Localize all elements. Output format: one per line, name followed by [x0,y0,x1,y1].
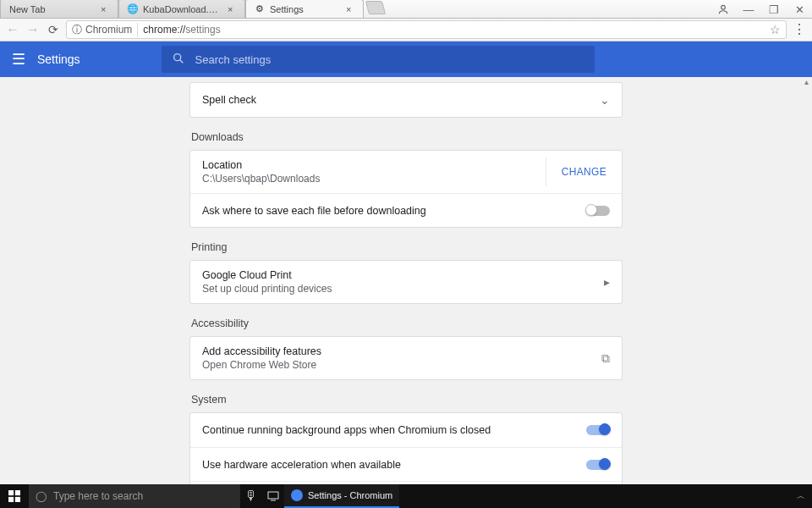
reload-button[interactable]: ⟳ [46,22,61,37]
svg-point-1 [173,53,180,60]
cortana-icon: ◯ [36,490,47,502]
add-accessibility-row[interactable]: Add accessibility features Open Chrome W… [190,337,622,379]
svg-line-2 [179,59,183,63]
hw-accel-toggle[interactable] [586,460,610,470]
account-icon[interactable] [710,0,736,19]
background-apps-row: Continue running background apps when Ch… [190,413,622,447]
hamburger-icon[interactable]: ☰ [0,50,37,69]
window-controls: — ❐ ✕ [710,0,812,19]
ask-before-download-label: Ask where to save each file before downl… [202,205,426,217]
svg-rect-5 [8,497,14,502]
settings-search[interactable] [162,46,595,73]
printing-card: Google Cloud Print Set up cloud printing… [189,260,623,304]
chevron-down-icon: ⌄ [600,93,610,107]
spell-check-row[interactable]: Spell check ⌄ [190,83,622,117]
task-view-button[interactable] [262,491,284,501]
chromium-icon [291,489,303,501]
microphone-icon[interactable]: 🎙 [240,489,262,504]
spell-check-label: Spell check [202,94,256,106]
tab-label: Settings [270,4,341,14]
printing-section-title: Printing [191,241,623,253]
svg-rect-6 [15,497,20,502]
scroll-up-icon[interactable]: ▴ [801,77,811,86]
spell-check-card: Spell check ⌄ [189,82,623,118]
download-location-row: Location C:\Users\qbap\Downloads CHANGE [190,151,622,193]
tab-settings[interactable]: ⚙ Settings × [245,0,364,18]
svg-rect-3 [8,490,14,495]
background-apps-label: Continue running background apps when Ch… [202,424,491,436]
close-window-button[interactable]: ✕ [787,0,812,19]
hw-accel-row: Use hardware acceleration when available [190,447,622,481]
settings-app: ☰ Settings ▴ Spell check ⌄ Downloads [0,41,812,484]
google-cloud-print-row[interactable]: Google Cloud Print Set up cloud printing… [190,261,622,303]
favicon-icon: 🌐 [128,4,138,14]
accessibility-card: Add accessibility features Open Chrome W… [189,336,623,380]
system-section-title: System [191,394,623,406]
tab-strip: New Tab × 🌐 KubaDownload.com - se × ⚙ Se… [0,0,384,18]
close-icon[interactable]: × [101,5,109,14]
settings-title: Settings [37,52,80,66]
minimize-button[interactable]: — [736,0,761,19]
ask-before-download-toggle[interactable] [586,206,610,216]
info-icon: ⓘ [72,23,82,37]
svg-point-0 [721,5,726,9]
ask-before-download-row: Ask where to save each file before downl… [190,193,622,227]
gcp-sub: Set up cloud printing devices [202,283,332,295]
close-icon[interactable]: × [346,5,354,14]
close-icon[interactable]: × [228,5,236,14]
task-label: Settings - Chromium [308,490,392,500]
settings-search-input[interactable] [195,53,584,66]
external-link-icon: ⧉ [601,351,610,366]
address-bar[interactable]: ⓘ Chromium chrome://settings ☆ [66,20,787,39]
new-tab-button[interactable] [365,1,386,14]
gcp-label: Google Cloud Print [202,269,332,281]
add-accessibility-label: Add accessibility features [202,345,321,357]
svg-rect-7 [268,492,278,499]
maximize-button[interactable]: ❐ [761,0,787,19]
system-tray[interactable]: ︿ [797,490,812,502]
window-chrome: New Tab × 🌐 KubaDownload.com - se × ⚙ Se… [0,0,812,19]
tab-label: New Tab [9,4,96,14]
forward-button[interactable]: → [25,22,41,37]
settings-header: ☰ Settings [0,41,812,77]
settings-content[interactable]: Spell check ⌄ Downloads Location C:\User… [0,77,812,484]
add-accessibility-sub: Open Chrome Web Store [202,359,321,371]
bookmark-star-icon[interactable]: ☆ [770,23,781,36]
scheme-label: Chromium [85,24,132,36]
background-apps-toggle[interactable] [586,425,610,435]
taskbar-search-placeholder: Type here to search [53,490,143,502]
gear-icon: ⚙ [255,4,265,14]
taskbar-search[interactable]: ◯ Type here to search [29,484,240,508]
browser-menu-button[interactable]: ⋮ [792,23,807,36]
search-icon [172,52,185,68]
downloads-card: Location C:\Users\qbap\Downloads CHANGE … [189,150,623,228]
tab-kubadownload[interactable]: 🌐 KubaDownload.com - se × [118,0,245,18]
hw-accel-label: Use hardware acceleration when available [202,459,401,471]
accessibility-section-title: Accessibility [191,318,623,329]
svg-rect-4 [15,490,20,495]
windows-taskbar: ◯ Type here to search 🎙 Settings - Chrom… [0,484,812,508]
downloads-section-title: Downloads [191,131,623,143]
download-location-value: C:\Users\qbap\Downloads [202,173,320,185]
system-card: Continue running background apps when Ch… [189,412,623,484]
chevron-right-icon: ▸ [604,275,610,289]
taskbar-item-chromium[interactable]: Settings - Chromium [284,484,399,508]
tab-new-tab[interactable]: New Tab × [0,0,118,18]
download-location-label: Location [202,159,320,171]
tab-label: KubaDownload.com - se [143,4,222,14]
start-button[interactable] [0,484,29,508]
url-host: chrome:// [143,24,185,36]
tray-overflow-icon[interactable]: ︿ [797,490,805,502]
url-path: settings [185,24,220,36]
back-button[interactable]: ← [5,22,20,37]
change-button[interactable]: CHANGE [546,157,610,186]
browser-toolbar: ← → ⟳ ⓘ Chromium chrome://settings ☆ ⋮ [0,19,812,41]
